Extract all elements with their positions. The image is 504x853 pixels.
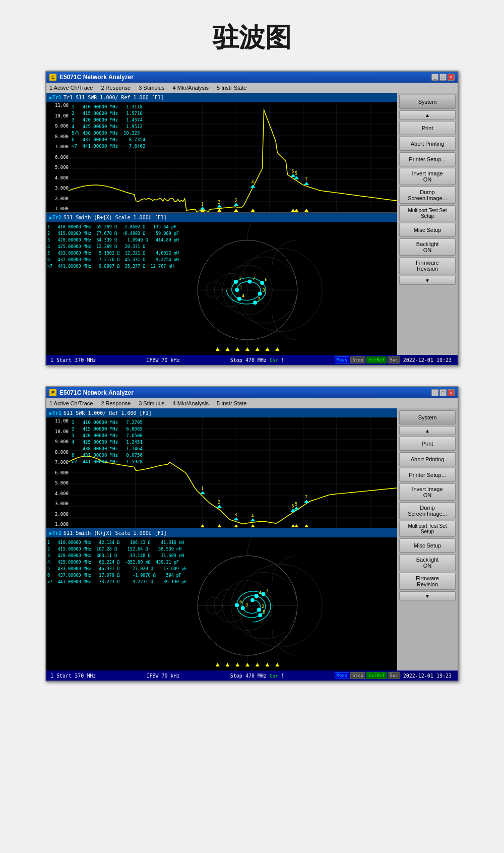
misc-setup-button-1[interactable]: Misc Setup xyxy=(399,223,456,237)
stop-tag-2: Stop xyxy=(350,672,365,679)
printer-setup-button-1[interactable]: Printer Setup... xyxy=(399,152,456,166)
smith-marker-table-1: 1 410.00000 MHz 65.289 Ω -2.8602 Ω 135.3… xyxy=(47,224,179,270)
time-tag-2: 2022-12-01 19:23 xyxy=(401,673,454,679)
backlight-button-1[interactable]: Backlight ON xyxy=(399,238,456,256)
status-center-1: IFBW 70 kHz xyxy=(146,357,179,363)
menu-instr-2[interactable]: 5 Instr State xyxy=(217,400,246,406)
y-label-500: 5.000 xyxy=(47,165,69,170)
menu-mkr-1[interactable]: 4 Mkr/Analysis xyxy=(172,85,209,91)
status-left-2: 1 Start 370 MHz xyxy=(50,673,96,679)
trace2-header-1: ▶Tr2 S11 Smith (R+jX) Scale 1.000U [F1] xyxy=(46,213,397,222)
y-label-600: 6.000 xyxy=(47,155,69,160)
y-label-1100: 11.00 xyxy=(47,103,69,108)
y2-label-1000: 10.00 xyxy=(47,429,69,434)
y-label-800: 8.000 xyxy=(47,134,69,139)
y2-label-200: 2.000 xyxy=(47,512,69,517)
print-button-1[interactable]: Print xyxy=(399,121,456,135)
status-right-freq-2: Stop 470 MHz Cor ! xyxy=(230,673,284,679)
y2-label-400: 4.000 xyxy=(47,491,69,496)
menu-instr-1[interactable]: 5 Instr State xyxy=(217,85,246,91)
y2-label-100: 1.000 xyxy=(47,522,69,527)
dump-screen-button-2[interactable]: Dump Screen Image... xyxy=(399,502,456,519)
chart-area-2: ▶Tr1 S11 SWR 1.000/ Ref 1.000 [F1] 11.00… xyxy=(46,408,397,671)
y2-label-900: 9.000 xyxy=(47,439,69,444)
sidebar-1: System ▲ Print Abort Printing Printer Se… xyxy=(397,93,458,355)
title-bar-controls-2[interactable]: _ □ × xyxy=(431,389,455,396)
up-arrow-1[interactable]: ▲ xyxy=(399,110,456,119)
menu-bar-1: 1 Active Ch/Trace 2 Response 3 Stimulus … xyxy=(46,83,458,93)
menu-bar-2: 1 Active Ch/Trace 2 Response 3 Stimulus … xyxy=(46,398,458,408)
minimize-button-1[interactable]: _ xyxy=(431,74,438,81)
maximize-button-2[interactable]: □ xyxy=(439,389,447,396)
swr-marker-table-1: 1 410.00000 MHz 1.3118 2 415.00000 MHz 1… xyxy=(72,104,145,150)
multiport-button-2[interactable]: Multiport Test Set Setup xyxy=(399,521,456,537)
swr-chart-1: 11.00 10.00 9.000 8.000 7.000 6.000 5.00… xyxy=(46,102,397,213)
analyzer-title-2: E5071C Network Analyzer xyxy=(59,389,134,396)
menu-response-1[interactable]: 2 Response xyxy=(101,85,131,91)
smith-section-1: 1 410.00000 MHz 65.289 Ω -2.8602 Ω 135.3… xyxy=(46,222,397,355)
meas-tag-2: Meas xyxy=(335,672,350,679)
y-label-300: 3.000 xyxy=(47,186,69,191)
down-arrow-1[interactable]: ▼ xyxy=(399,276,456,285)
analyzer-1: E E5071C Network Analyzer _ □ × 1 Active… xyxy=(45,71,459,366)
firmware-button-1[interactable]: Firmware Revision xyxy=(399,257,456,274)
backlight-button-2[interactable]: Backlight ON xyxy=(399,554,456,571)
minimize-button-2[interactable]: _ xyxy=(431,389,438,396)
title-bar-left-2: E E5071C Network Analyzer xyxy=(49,389,134,396)
y2-label-700: 7.000 xyxy=(47,460,69,465)
firmware-button-2[interactable]: Firmware Revision xyxy=(399,573,456,590)
misc-setup-button-2[interactable]: Misc Setup xyxy=(399,538,456,553)
main-area-2: ▶Tr1 S11 SWR 1.000/ Ref 1.000 [F1] 11.00… xyxy=(46,408,458,671)
y2-label-1100: 11.00 xyxy=(47,418,69,423)
status-bar-1: 1 Start 370 MHz IFBW 70 kHz Stop 470 MHz… xyxy=(46,355,458,365)
analyzer-2: E E5071C Network Analyzer _ □ × 1 Active… xyxy=(45,386,459,682)
system-button-1[interactable]: System xyxy=(399,95,456,109)
swr-chart-2: 11.00 10.00 9.000 8.000 7.000 6.000 5.00… xyxy=(46,417,397,528)
maximize-button-1[interactable]: □ xyxy=(439,74,447,81)
title-bar-1: E E5071C Network Analyzer _ □ × xyxy=(46,72,458,83)
close-button-2[interactable]: × xyxy=(448,389,455,396)
down-arrow-2[interactable]: ▼ xyxy=(399,591,456,600)
extref-tag-2: ExtRef xyxy=(366,672,387,679)
y2-label-300: 3.000 xyxy=(47,501,69,506)
y2-label-600: 6.000 xyxy=(47,470,69,475)
svc-tag-2: Svc xyxy=(388,672,400,679)
printer-setup-button-2[interactable]: Printer Setup... xyxy=(399,468,456,482)
up-arrow-2[interactable]: ▲ xyxy=(399,426,456,435)
title-bar-left-1: E E5071C Network Analyzer xyxy=(49,74,134,81)
y2-label-800: 8.000 xyxy=(47,450,69,455)
y2-label-500: 5.000 xyxy=(47,480,69,485)
sidebar-2: System ▲ Print Abort Printing Printer Se… xyxy=(397,408,458,671)
status-center-2: IFBW 70 kHz xyxy=(146,673,179,679)
menu-active-ch-2[interactable]: 1 Active Ch/Trace xyxy=(49,400,93,406)
menu-active-ch-1[interactable]: 1 Active Ch/Trace xyxy=(49,85,93,91)
menu-stimulus-2[interactable]: 3 Stimulus xyxy=(139,400,164,406)
invert-image-button-2[interactable]: Invert Image ON xyxy=(399,483,456,501)
system-button-2[interactable]: System xyxy=(399,410,456,424)
menu-mkr-2[interactable]: 4 Mkr/Analysis xyxy=(172,400,209,406)
main-area-1: ▶Tr1 Tr1 S11 SWR 1.000/ Ref 1.000 [F1] 1… xyxy=(46,93,458,355)
cor-badge-1: Cor xyxy=(270,358,278,363)
status-bar-2: 1 Start 370 MHz IFBW 70 kHz Stop 470 MHz… xyxy=(46,671,458,681)
menu-response-2[interactable]: 2 Response xyxy=(101,400,131,406)
multiport-button-1[interactable]: Multiport Test Set Setup xyxy=(399,205,456,221)
page-title: 驻波图 xyxy=(213,20,291,55)
trace1-header-1: ▶Tr1 Tr1 S11 SWR 1.000/ Ref 1.000 [F1] xyxy=(46,93,397,102)
status-right-freq-1: Stop 470 MHz Cor ! xyxy=(230,357,284,363)
abort-printing-button-1[interactable]: Abort Printing xyxy=(399,137,456,151)
print-button-2[interactable]: Print xyxy=(399,437,456,451)
dump-screen-button-1[interactable]: Dump Screen Image... xyxy=(399,187,456,204)
meas-tag-1: Meas xyxy=(335,356,350,363)
status-tags-1: Meas Stop ExtRef Svc 2022-12-01 19:23 xyxy=(335,356,454,363)
trace1-header-2: ▶Tr1 S11 SWR 1.000/ Ref 1.000 [F1] xyxy=(46,408,397,417)
close-button-1[interactable]: × xyxy=(448,74,455,81)
app-icon-2: E xyxy=(49,389,56,396)
title-bar-controls-1[interactable]: _ □ × xyxy=(431,74,455,81)
menu-stimulus-1[interactable]: 3 Stimulus xyxy=(139,85,164,91)
title-bar-2: E E5071C Network Analyzer _ □ × xyxy=(46,387,458,398)
status-left-1: 1 Start 370 MHz xyxy=(50,357,96,363)
abort-printing-button-2[interactable]: Abort Printing xyxy=(399,452,456,466)
svc-tag-1: Svc xyxy=(388,356,400,363)
swr-marker-table-2: 1 410.00000 MHz 7.2705 2 415.00000 MHz 6… xyxy=(72,419,143,465)
invert-image-button-1[interactable]: Invert Image ON xyxy=(399,168,456,185)
